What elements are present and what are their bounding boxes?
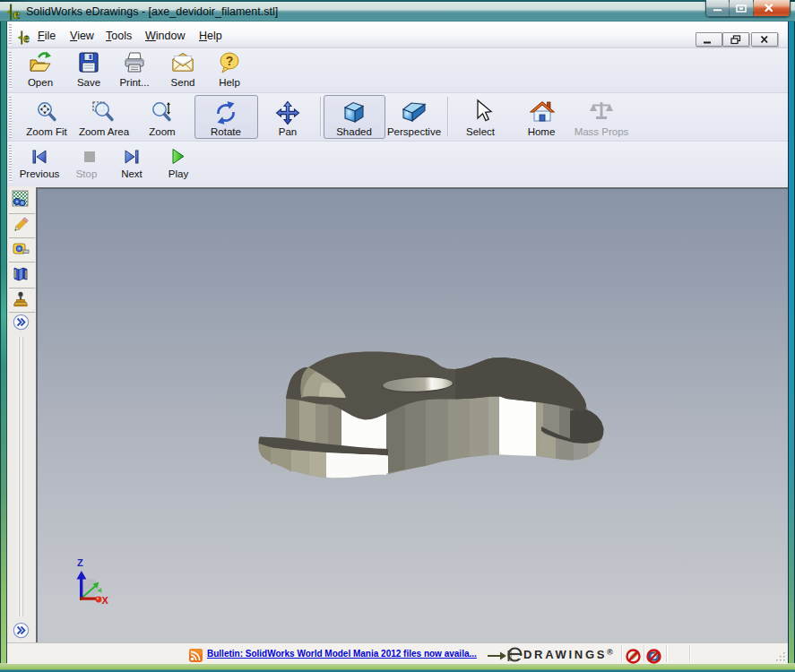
svg-text:?: ? bbox=[226, 54, 234, 68]
svg-text:Z: Z bbox=[77, 557, 83, 568]
svg-text:e: e bbox=[13, 5, 21, 22]
svg-text:X: X bbox=[102, 595, 109, 606]
svg-text:e: e bbox=[23, 30, 29, 45]
